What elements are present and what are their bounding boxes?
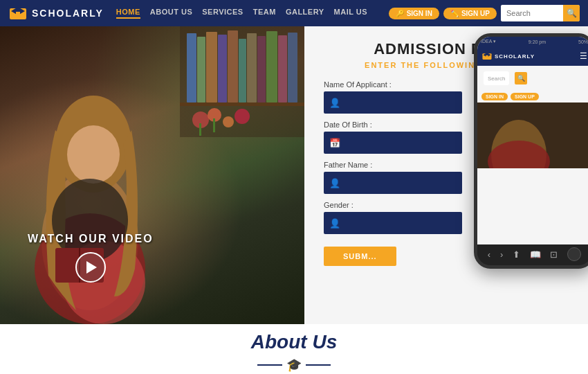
phone-search-area: Search 🔍 [477, 66, 588, 91]
nav-home[interactable]: HOME [116, 8, 140, 19]
phone-screen: IDEA ▾ 9:20 pm 50% SCHOLARLY ☰ [477, 37, 588, 244]
video-label: WATCH OUR VIDEO [28, 233, 154, 245]
phone-search-box[interactable]: Search [484, 71, 509, 85]
input-wrapper-name: 👤 [324, 91, 462, 114]
person-icon-1: 👤 [329, 98, 340, 108]
back-icon[interactable]: ‹ [488, 249, 490, 260]
phone-mockup: IDEA ▾ 9:20 pm 50% SCHOLARLY ☰ [474, 33, 588, 269]
phone-bottom-bar: ‹ › ⬆ 📖 ⊡ [477, 244, 588, 264]
forward-icon[interactable]: › [500, 249, 503, 260]
person-icon-3: 👤 [329, 218, 340, 229]
svg-rect-19 [257, 36, 266, 103]
svg-point-26 [223, 116, 234, 127]
svg-rect-20 [266, 31, 277, 103]
dob-input[interactable] [324, 132, 462, 154]
svg-rect-12 [187, 33, 196, 103]
share-icon[interactable]: ⬆ [513, 249, 520, 260]
divider-right [306, 364, 331, 366]
bookmark-icon[interactable]: 📖 [530, 249, 541, 260]
phone-auth-buttons: SIGN IN SIGN UP [477, 91, 588, 103]
svg-rect-29 [213, 118, 215, 132]
svg-rect-28 [199, 123, 201, 136]
home-button[interactable] [567, 247, 581, 261]
phone-navbar: SCHOLARLY ☰ [477, 46, 588, 66]
phone-logo-icon [481, 52, 493, 60]
father-name-input[interactable] [324, 172, 462, 194]
carrier: IDEA ▾ [481, 39, 496, 44]
video-overlay: WATCH OUR VIDEO [28, 233, 154, 283]
time: 9:20 pm [529, 39, 546, 44]
about-divider: 🎓 [257, 357, 331, 373]
phone-status-bar: IDEA ▾ 9:20 pm 50% [477, 37, 588, 46]
svg-rect-2 [16, 12, 20, 17]
search-button[interactable]: 🔍 [563, 5, 580, 21]
nav-team[interactable]: TEAM [253, 8, 276, 19]
phone-signin-btn[interactable]: SIGN IN [481, 93, 508, 100]
svg-rect-22 [288, 33, 297, 103]
nav-gallery[interactable]: GALLERY [286, 8, 324, 19]
logo[interactable]: SCHOLARLY [8, 6, 104, 21]
svg-rect-13 [197, 37, 205, 103]
svg-rect-17 [239, 39, 246, 103]
phone-search-placeholder: Search [488, 75, 505, 82]
svg-point-27 [235, 109, 250, 124]
submit-button[interactable]: SUBM... [324, 247, 396, 266]
form-panel: ADMISSION FORM ENTER THE FOLLOWING DETAI… [304, 26, 588, 324]
person-icon-2: 👤 [329, 178, 340, 188]
svg-rect-21 [278, 35, 287, 103]
phone-logo: SCHOLARLY [481, 52, 535, 60]
phone-menu-icon[interactable]: ☰ [580, 51, 587, 61]
phone-brand: SCHOLARLY [495, 53, 535, 60]
bookshelf [180, 26, 304, 137]
navbar: SCHOLARLY HOME ABOUT US SERVICES TEAM GA… [0, 0, 588, 26]
svg-rect-14 [206, 32, 217, 103]
nav-actions: 🔑 SIGN IN ✏️ SIGN UP 🔍 [389, 5, 580, 21]
signin-button[interactable]: 🔑 SIGN IN [389, 8, 439, 19]
svg-rect-16 [228, 30, 238, 103]
calendar-icon: 📅 [329, 138, 340, 148]
signup-button[interactable]: ✏️ SIGN UP [443, 8, 497, 19]
gender-input[interactable] [324, 212, 462, 234]
hero-panel: WATCH OUR VIDEO [0, 26, 304, 324]
nav-links: HOME ABOUT US SERVICES TEAM GALLERY MAIL… [116, 8, 382, 19]
nav-services[interactable]: SERVICES [202, 8, 243, 19]
signup-icon: ✏️ [450, 10, 459, 17]
nav-about[interactable]: ABOUT US [150, 8, 192, 19]
svg-rect-18 [247, 33, 257, 103]
about-section: About Us 🎓 [0, 324, 588, 374]
about-title: About Us [251, 331, 337, 353]
play-icon [86, 261, 97, 274]
phone-hero-image: WATCH OUR VIDEO [477, 103, 588, 168]
logo-icon [8, 6, 28, 21]
main-content: WATCH OUR VIDEO ADMISSION FORM ENTER THE… [0, 26, 588, 324]
svg-rect-32 [486, 55, 488, 58]
input-wrapper-dob: 📅 [324, 132, 462, 154]
applicant-name-input[interactable] [324, 91, 462, 114]
svg-rect-23 [180, 103, 304, 106]
input-wrapper-father: 👤 [324, 172, 462, 194]
graduation-cap-icon: 🎓 [286, 357, 302, 373]
input-wrapper-gender: 👤 [324, 212, 462, 234]
phone-search-button[interactable]: 🔍 [515, 72, 527, 84]
search-box: 🔍 [501, 5, 580, 21]
svg-rect-15 [218, 35, 227, 103]
divider-left [257, 364, 282, 366]
signin-icon: 🔑 [396, 10, 404, 17]
search-input[interactable] [501, 5, 563, 21]
phone-signup-btn[interactable]: SIGN UP [511, 93, 539, 100]
brand-name: SCHOLARLY [32, 8, 104, 19]
nav-mail[interactable]: MAIL US [334, 8, 368, 19]
play-button[interactable] [75, 252, 106, 283]
tabs-icon[interactable]: ⊡ [550, 249, 558, 260]
svg-point-7 [67, 125, 120, 184]
battery: 50% [578, 39, 588, 44]
